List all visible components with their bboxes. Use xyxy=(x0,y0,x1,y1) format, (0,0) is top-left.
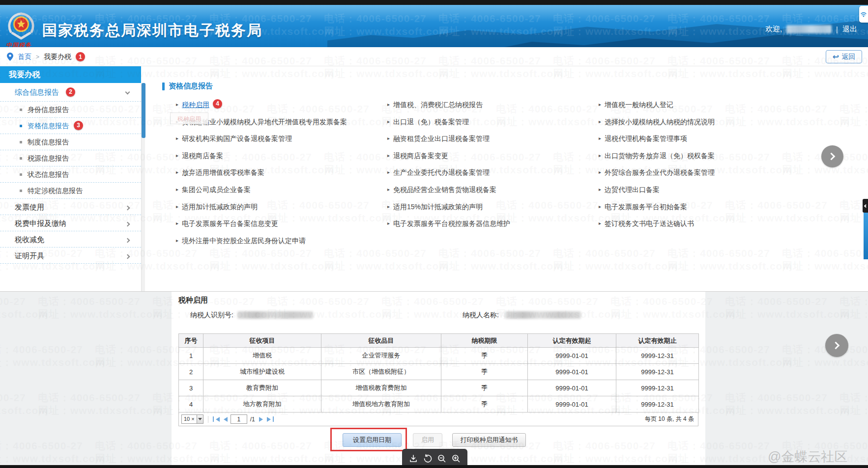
service-link[interactable]: ▸出口货物劳务放弃退（免）税权备案 xyxy=(599,147,830,165)
sidebar-group-comprehensive-info[interactable]: 综合信息报告 2 xyxy=(0,83,141,102)
table-cell: 企业管理服务 xyxy=(321,348,441,364)
service-link[interactable]: ▸签订税务文书电子送达确认书 xyxy=(599,215,830,232)
carousel-next-button-2[interactable] xyxy=(825,334,848,357)
modal-title: 税种启用 xyxy=(178,296,208,305)
link-arrow-icon: ▸ xyxy=(387,102,390,107)
section-header: 资格信息报告 xyxy=(162,82,213,91)
service-link-label: 适用15%加计抵减政策的声明 xyxy=(393,203,483,211)
sidebar-item-身份信息报告[interactable]: 身份信息报告 xyxy=(0,102,141,118)
sidebar-scrollbar[interactable] xyxy=(141,83,145,292)
service-link[interactable]: ▸选择按小规模纳税人纳税的情况说明 xyxy=(599,113,830,131)
breadcrumb-home-link[interactable]: 首页 xyxy=(18,53,31,61)
service-link[interactable]: ▸适用15%加计抵减政策的声明 xyxy=(387,198,599,216)
link-arrow-icon: ▸ xyxy=(387,220,390,226)
service-link[interactable]: ▸融资租赁企业出口退税备案管理 xyxy=(387,130,599,147)
tax-bureau-page: 电话：4006-6500-27网址：www.tdxsoft.com电话：4006… xyxy=(0,0,868,468)
table-header-cell: 序号 xyxy=(179,334,203,348)
sidebar-title: 我要办税 xyxy=(0,66,141,83)
table-cell: 9999-01-01 xyxy=(528,380,616,396)
link-arrow-icon: ▸ xyxy=(387,204,390,209)
dropdown-button[interactable] xyxy=(197,415,203,423)
service-link[interactable]: ▸免税品经营企业销售货物退税备案 xyxy=(387,181,599,198)
service-link[interactable]: ▸适用加计抵减政策的声明 xyxy=(176,198,387,216)
print-notice-button[interactable]: 打印税种启用通知书 xyxy=(452,433,526,447)
browser-extension-tab[interactable] xyxy=(859,6,868,23)
link-arrow-icon: ▸ xyxy=(176,187,178,192)
prev-page-button[interactable] xyxy=(224,417,228,422)
download-icon[interactable] xyxy=(408,454,418,464)
last-page-button[interactable] xyxy=(267,416,274,422)
table-cell: 9999-01-01 xyxy=(528,396,616,413)
pagination-bar: 10 × /1 每页 10 条, 共 4 条 xyxy=(178,413,698,426)
service-link-label: 境外注册中资控股企业居民身份认定申请 xyxy=(182,237,306,245)
sidebar-item-label: 特定涉税信息报告 xyxy=(28,187,83,194)
page-number-input[interactable] xyxy=(231,414,247,424)
chevron-right-icon xyxy=(125,222,130,227)
sidebar-item-资格信息报告[interactable]: 资格信息报告3 xyxy=(0,118,141,134)
sidebar-group-list: 发票使用税费申报及缴纳税收减免证明开具 xyxy=(0,199,141,264)
service-link-label: 电子发票服务平台初始备案 xyxy=(605,203,687,211)
service-link[interactable]: ▸境外注册中资控股企业居民身份认定申请 xyxy=(176,232,387,249)
service-link[interactable]: ▸集团公司成员企业备案 xyxy=(176,181,387,198)
service-link-label: 增值税一般纳税人登记 xyxy=(605,101,673,109)
service-link[interactable]: ▸退税商店备案 xyxy=(176,147,387,165)
service-link[interactable]: ▸电子发票服务平台税控服务器信息维护 xyxy=(387,215,599,232)
page-size-select[interactable]: 10 × xyxy=(181,414,203,424)
service-link[interactable]: ▸退税商店备案变更 xyxy=(387,147,599,165)
set-activation-date-button[interactable]: 设置启用日期 xyxy=(343,433,402,447)
link-arrow-icon: ▸ xyxy=(387,119,390,124)
sidebar-item-label: 税源信息报告 xyxy=(28,154,69,162)
table-cell: 季 xyxy=(441,348,528,364)
service-link[interactable]: ▸研发机构采购国产设备退税备案管理 xyxy=(176,130,387,147)
link-arrow-icon: ▸ xyxy=(599,187,601,192)
table-cell: 教育费附加 xyxy=(203,380,321,396)
service-link[interactable]: ▸放弃适用增值税零税率备案 xyxy=(176,164,387,181)
next-page-button[interactable] xyxy=(259,417,263,422)
edge-panel-toggle[interactable] xyxy=(863,199,868,213)
link-arrow-icon: ▸ xyxy=(599,102,601,107)
username-redacted xyxy=(786,25,832,33)
annotation-badge-3: 3 xyxy=(74,121,83,130)
table-cell: 9999-01-01 xyxy=(528,364,616,380)
sidebar-item-状态信息报告[interactable]: 状态信息报告 xyxy=(0,166,141,183)
service-link[interactable]: ▸税种启用4 xyxy=(176,96,387,113)
back-button[interactable]: ↩ 返回 xyxy=(826,50,862,63)
sidebar-group-税费申报及缴纳[interactable]: 税费申报及缴纳 xyxy=(0,215,141,231)
record-count-summary: 每页 10 条, 共 4 条 xyxy=(645,415,694,423)
zoom-in-icon[interactable] xyxy=(451,454,461,464)
link-arrow-icon: ▸ xyxy=(387,169,390,175)
zoom-out-icon[interactable] xyxy=(437,454,447,464)
service-link[interactable]: ▸增值税、消费税汇总纳税报告 xyxy=(387,96,599,113)
table-cell: 4 xyxy=(179,396,203,413)
first-page-button[interactable] xyxy=(213,416,220,422)
rotate-ccw-icon[interactable] xyxy=(423,454,433,464)
service-link[interactable]: ▸退税代理机构备案管理事项 xyxy=(599,130,830,147)
service-link-label: 生产企业委托代办退税备案管理 xyxy=(393,168,490,176)
sidebar-group-label: 税费申报及缴纳 xyxy=(15,219,66,227)
total-pages-label: /1 xyxy=(250,416,255,423)
service-link[interactable]: ▸增值税一般纳税人登记 xyxy=(599,96,830,113)
sidebar-group-发票使用[interactable]: 发票使用 xyxy=(0,199,141,215)
service-link-label: 放弃适用增值税零税率备案 xyxy=(182,168,264,176)
logout-link[interactable]: 退出 xyxy=(842,25,857,34)
service-link[interactable]: ▸电子发票服务平台初始备案 xyxy=(599,198,830,216)
sidebar-item-label: 身份信息报告 xyxy=(28,106,69,113)
links-column-2: ▸增值税、消费税汇总纳税报告▸出口退（免）税备案管理▸融资租赁企业出口退税备案管… xyxy=(387,96,599,232)
service-link[interactable]: ▸边贸代理出口备案 xyxy=(599,181,830,198)
pagination-divider xyxy=(208,416,208,423)
edge-panel-strip xyxy=(864,213,868,259)
service-link[interactable]: ▸生产企业委托代办退税备案管理 xyxy=(387,164,599,181)
sidebar-item-税源信息报告[interactable]: 税源信息报告 xyxy=(0,150,141,166)
sidebar-item-制度信息报告[interactable]: 制度信息报告 xyxy=(0,134,141,150)
service-link[interactable]: ▸外贸综合服务企业代办退税备案管理 xyxy=(599,164,830,181)
link-arrow-icon: ▸ xyxy=(176,238,178,243)
service-link[interactable]: ▸出口退（免）税备案管理 xyxy=(387,113,599,131)
service-link[interactable]: ▸电子发票服务平台备案信息变更 xyxy=(176,215,387,232)
sidebar-group-证明开具[interactable]: 证明开具 xyxy=(0,248,141,264)
carousel-next-button[interactable] xyxy=(821,145,843,167)
sidebar-item-特定涉税信息报告[interactable]: 特定涉税信息报告 xyxy=(0,183,141,199)
sidebar-group-税收减免[interactable]: 税收减免 xyxy=(0,231,141,248)
table-cell: 9999-12-31 xyxy=(616,364,699,380)
site-title: 国家税务总局深圳市电子税务局 xyxy=(42,21,262,41)
scrollbar-thumb[interactable] xyxy=(142,83,145,138)
